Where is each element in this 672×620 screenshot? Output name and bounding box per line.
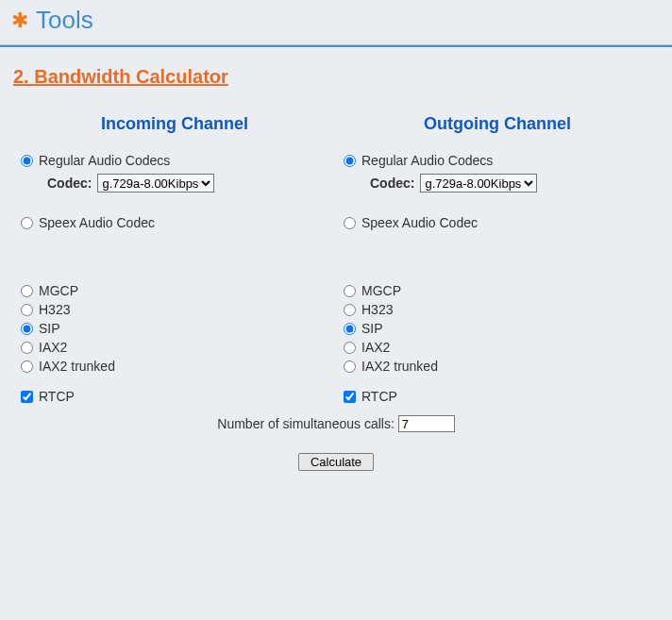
incoming-codec-select[interactable]: g.729a-8.00Kibps: [97, 174, 214, 193]
outgoing-sip-radio[interactable]: [344, 323, 356, 335]
incoming-regular-label: Regular Audio Codecs: [39, 153, 170, 168]
outgoing-iax2trunked-radio[interactable]: [344, 360, 356, 373]
incoming-regular-radio[interactable]: [21, 155, 33, 167]
incoming-iax2trunked-radio[interactable]: [21, 360, 33, 373]
sim-calls-label: Number of simultaneous calls:: [217, 416, 395, 431]
incoming-iax2trunked-label: IAX2 trunked: [39, 359, 115, 374]
outgoing-speex-radio[interactable]: [344, 217, 356, 229]
incoming-header: Incoming Channel: [13, 105, 336, 145]
outgoing-iax2-label: IAX2: [361, 340, 390, 355]
section-title: 2. Bandwidth Calculator: [13, 66, 663, 88]
outgoing-h323-radio[interactable]: [344, 304, 356, 316]
incoming-speex-label: Speex Audio Codec: [39, 215, 155, 230]
sim-calls-input[interactable]: [398, 415, 455, 432]
outgoing-codec-select[interactable]: g.729a-8.00Kibps: [420, 174, 537, 193]
incoming-sip-radio[interactable]: [21, 323, 33, 335]
outgoing-mgcp-radio[interactable]: [344, 285, 356, 297]
incoming-rtcp-label: RTCP: [39, 389, 75, 404]
outgoing-codec-label: Codec:: [370, 176, 414, 191]
bandwidth-table: Incoming Channel Outgoing Channel Regula…: [13, 105, 659, 471]
outgoing-sip-label: SIP: [361, 321, 383, 336]
outgoing-regular-radio[interactable]: [344, 155, 356, 167]
incoming-h323-label: H323: [39, 302, 70, 317]
incoming-rtcp-checkbox[interactable]: [21, 391, 33, 403]
star-icon: ✱: [11, 10, 28, 31]
outgoing-header: Outgoing Channel: [336, 105, 659, 145]
calculate-button[interactable]: Calculate: [298, 453, 374, 471]
incoming-h323-radio[interactable]: [21, 304, 33, 316]
incoming-mgcp-label: MGCP: [39, 283, 78, 298]
incoming-iax2-radio[interactable]: [21, 342, 33, 354]
outgoing-mgcp-label: MGCP: [361, 283, 401, 298]
outgoing-speex-label: Speex Audio Codec: [361, 215, 478, 230]
outgoing-rtcp-checkbox[interactable]: [344, 391, 356, 403]
incoming-sip-label: SIP: [39, 321, 60, 336]
outgoing-iax2trunked-label: IAX2 trunked: [361, 359, 438, 374]
incoming-codec-label: Codec:: [47, 176, 92, 191]
outgoing-rtcp-label: RTCP: [361, 389, 397, 404]
incoming-iax2-label: IAX2: [39, 340, 67, 355]
outgoing-h323-label: H323: [361, 302, 393, 317]
page-title: Tools: [36, 6, 93, 35]
outgoing-iax2-radio[interactable]: [344, 342, 356, 354]
incoming-mgcp-radio[interactable]: [21, 285, 33, 297]
incoming-speex-radio[interactable]: [21, 217, 33, 229]
outgoing-regular-label: Regular Audio Codecs: [361, 153, 493, 168]
